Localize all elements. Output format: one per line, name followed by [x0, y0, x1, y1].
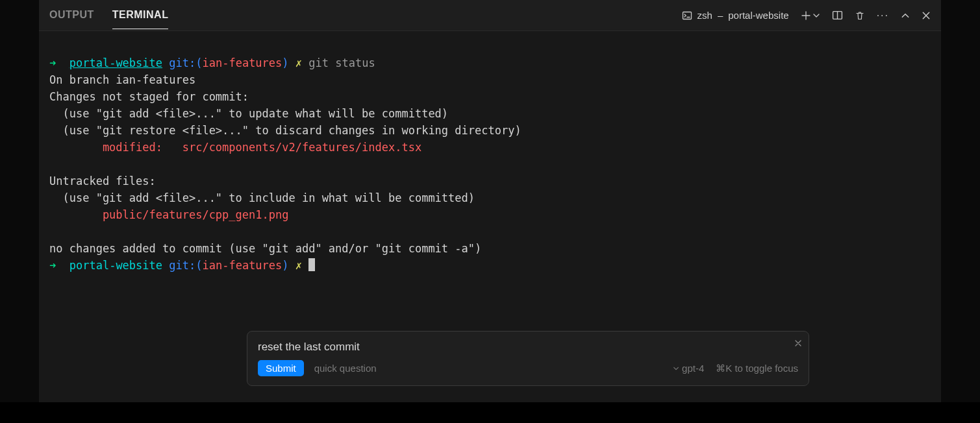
out-line: (use "git restore <file>..." to discard …	[49, 124, 521, 137]
out-line-untracked: public/features/cpp_gen1.png	[49, 208, 288, 221]
chevron-up-icon[interactable]	[901, 11, 910, 20]
ai-controls-row: Submit quick question gpt-4 ⌘K to toggle…	[258, 360, 798, 376]
close-icon[interactable]	[794, 338, 802, 350]
tab-terminal[interactable]: TERMINAL	[112, 1, 169, 29]
git-branch: ian-features	[202, 56, 282, 69]
out-line-modified: modified: src/components/v2/features/ind…	[49, 141, 421, 154]
model-name: gpt-4	[682, 363, 704, 374]
out-line: Changes not staged for commit:	[49, 90, 249, 103]
terminal-panel: OUTPUT TERMINAL zsh – portal-website	[39, 0, 941, 402]
paren-close: )	[282, 259, 288, 272]
tab-output[interactable]: OUTPUT	[49, 1, 94, 29]
ai-input[interactable]	[258, 341, 798, 354]
terminal-output[interactable]: ➜ portal-website git:(ian-features) ✗ gi…	[39, 31, 941, 297]
panel-tabbar: OUTPUT TERMINAL zsh – portal-website	[39, 0, 941, 31]
model-selector[interactable]: gpt-4	[673, 363, 704, 374]
git-label: git:	[169, 56, 195, 69]
out-line: (use "git add <file>..." to update what …	[49, 107, 448, 120]
ai-prompt-box: Submit quick question gpt-4 ⌘K to toggle…	[247, 331, 809, 386]
bottom-strip	[0, 402, 980, 423]
chevron-down-icon[interactable]	[812, 12, 820, 19]
plus-icon	[801, 10, 811, 21]
git-branch: ian-features	[202, 259, 282, 272]
prompt-arrow: ➜	[49, 56, 56, 69]
close-icon[interactable]	[922, 11, 931, 20]
more-icon[interactable]: ···	[877, 10, 889, 21]
git-label: git:	[169, 259, 195, 272]
paren-close: )	[282, 56, 288, 69]
chevron-down-icon	[673, 365, 679, 372]
out-line: no changes added to commit (use "git add…	[49, 242, 481, 255]
dirty-mark: ✗	[295, 56, 302, 69]
terminal-cursor	[308, 258, 315, 271]
out-line: (use "git add <file>..." to include in w…	[49, 191, 475, 204]
out-line: On branch ian-features	[49, 73, 195, 86]
terminal-icon	[682, 10, 692, 21]
paren-open: (	[195, 259, 202, 272]
submit-button[interactable]: Submit	[258, 360, 304, 376]
prompt-arrow: ➜	[49, 259, 56, 272]
terminal-toolbar: zsh – portal-website ···	[682, 10, 931, 21]
focus-hint: ⌘K to toggle focus	[716, 363, 798, 374]
split-terminal-icon[interactable]	[832, 10, 843, 21]
svg-rect-0	[683, 12, 691, 19]
tab-group: OUTPUT TERMINAL	[49, 1, 168, 29]
command-text: git status	[308, 56, 375, 69]
dirty-mark: ✗	[295, 259, 302, 272]
out-line: Untracked files:	[49, 175, 156, 187]
prompt-cwd: portal-website	[69, 259, 162, 272]
prompt-cwd: portal-website	[69, 56, 162, 69]
terminal-process-label[interactable]: zsh – portal-website	[682, 10, 789, 21]
new-terminal-button[interactable]	[801, 10, 820, 21]
shell-name: zsh	[697, 10, 712, 21]
dash: –	[718, 10, 723, 21]
ai-placeholder-hint: quick question	[314, 363, 377, 374]
trash-icon[interactable]	[855, 10, 865, 21]
paren-open: (	[195, 56, 202, 69]
project-name: portal-website	[728, 10, 788, 21]
